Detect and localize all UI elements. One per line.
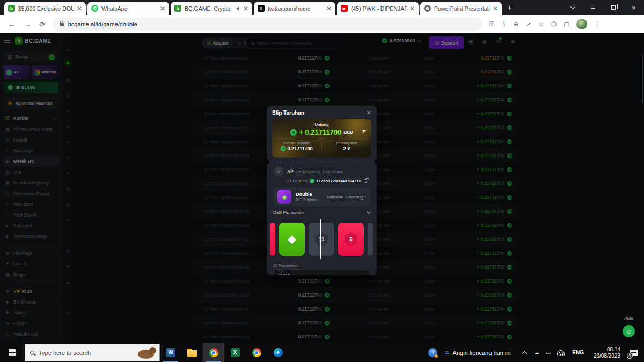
chrome-icon [209, 348, 218, 357]
tab-close-icon[interactable]: ✕ [493, 5, 498, 12]
close-button[interactable]: × [624, 0, 644, 15]
browser-tab[interactable]: Xtwitter.com/home✕ [254, 2, 335, 15]
browser-tab[interactable]: b$5,000 Exclusive DOU✕ [4, 2, 86, 15]
share-icon[interactable]: ↗ [526, 20, 531, 28]
youtube-favicon: ▶ [341, 5, 348, 12]
chrome-taskbar-icon[interactable] [246, 343, 267, 362]
edge-taskbar-icon[interactable]: e [267, 343, 289, 362]
address-bar[interactable]: bcgame.ai/id/game/double [53, 18, 482, 31]
profit-currency: BCD [343, 130, 353, 135]
play-now-link[interactable]: Mainkan Sekarang› [327, 195, 366, 200]
password-key-icon[interactable]: ⚿ [489, 20, 494, 28]
back-to-top-button[interactable]: Atas [624, 315, 633, 321]
help-icon[interactable]: ? [428, 348, 437, 357]
bcgame-favicon: b [8, 5, 15, 12]
bcd-coin-icon [290, 129, 297, 136]
payout-label: Pembayaran [336, 141, 357, 145]
start-button[interactable] [0, 343, 25, 362]
user-name: Al* [287, 169, 294, 174]
result-number: 11 [315, 232, 328, 246]
payout-value: 2 x [343, 146, 350, 151]
x-favicon: X [258, 5, 265, 12]
tab-close-icon[interactable]: ✕ [160, 5, 165, 12]
bcd-coin-icon [281, 146, 286, 151]
forward-icon[interactable]: → [24, 20, 31, 28]
bookmark-star-icon[interactable]: ☆ [538, 20, 544, 28]
taskbar-search-box[interactable] [25, 344, 160, 361]
result-cards-strip: ◆115 [267, 219, 377, 259]
whatsapp-favicon: ✆ [91, 5, 98, 12]
restore-button[interactable] [603, 0, 624, 15]
url-text: bcgame.ai/id/game/double [68, 21, 137, 27]
profit-banner: Untung + 0.21711700 BCD ➤ Jumlah Taruhan… [272, 119, 371, 158]
word-taskbar-icon[interactable]: W [160, 343, 181, 362]
explorer-taskbar-icon[interactable] [181, 343, 203, 362]
wifi-icon[interactable] [557, 350, 565, 356]
taskbar-search-input[interactable] [39, 350, 119, 356]
side-panel-icon[interactable]: ▢ [564, 20, 569, 28]
edge-icon: e [274, 348, 283, 357]
chevron-down-icon [367, 210, 371, 214]
game-id-label: ID Permainan [273, 263, 370, 268]
back-icon[interactable]: ← [8, 20, 16, 28]
modal-close-icon[interactable]: ✕ [367, 109, 371, 116]
bcgame-page: ⚄ Kasino ⊕ Olahraga 0.87910800 ▤ Deposit… [0, 33, 644, 343]
chrome-icon [252, 348, 261, 357]
minimize-button[interactable]: – [583, 0, 603, 15]
bcgame-favicon: b [174, 5, 181, 12]
keyboard-icon[interactable]: ▭ [546, 350, 551, 356]
language-indicator[interactable]: ENG [572, 350, 584, 356]
clock[interactable]: 08.14 29/08/2023 [594, 346, 620, 359]
onedrive-icon[interactable]: ☁ [534, 350, 539, 356]
tab-close-icon[interactable]: ✕ [77, 5, 82, 12]
extensions-icon[interactable]: ⬡ [551, 20, 557, 28]
browser-tab[interactable]: bBC.GAME: Crypto✕ [171, 2, 252, 15]
tab-title: BC.GAME: Crypto [185, 5, 233, 12]
browser-tab[interactable]: ◍PowerPoint Presentati✕ [420, 2, 502, 15]
game-id-input[interactable]: 26355 [273, 269, 370, 275]
notification-badge: 3 [627, 353, 633, 359]
windows-logo-icon [9, 349, 16, 357]
window-controls: – × [562, 0, 644, 15]
result-pointer-line [320, 219, 321, 259]
bet-id-value: 1775517289348764710 [316, 179, 362, 183]
tab-title: twitter.com/home [268, 5, 324, 12]
excel-icon: X [231, 348, 240, 357]
tab-audio-icon[interactable] [234, 6, 239, 11]
excel-taskbar-icon[interactable]: X [224, 343, 246, 362]
result-card-red: 5 [338, 223, 364, 256]
result-card-green: ◆ [279, 223, 305, 256]
tray-expand-icon[interactable] [522, 351, 527, 356]
zoom-icon[interactable]: ⊖ [514, 20, 519, 28]
copy-icon[interactable] [364, 179, 367, 183]
profit-value: + 0.21711700 [299, 128, 341, 136]
tab-close-icon[interactable]: ✕ [326, 5, 332, 12]
profit-label: Untung [272, 119, 371, 127]
game-row[interactable]: ◆ Double BC Originals Mainkan Sekarang› [273, 187, 370, 206]
support-chat-button[interactable]: ☺ [623, 325, 635, 337]
game-details-toggle[interactable]: Detil Permainan [273, 210, 370, 215]
ticket-divider [269, 162, 375, 162]
new-tab-button[interactable]: + [507, 3, 512, 12]
tab-search-chevron-icon[interactable] [562, 0, 583, 15]
result-card-red [270, 223, 275, 256]
install-icon[interactable]: ⇩ [501, 20, 507, 28]
bet-amount-label: Jumlah Taruhan [283, 141, 310, 145]
tab-close-icon[interactable]: ✕ [409, 5, 415, 12]
double-game-icon: ◆ [277, 190, 291, 204]
gem-icon: ◆ [288, 232, 297, 246]
tab-close-icon[interactable]: ✕ [243, 5, 248, 12]
browser-tab[interactable]: ▶(45) PWK - DIPENJARA✕ [337, 2, 419, 15]
reload-icon[interactable]: ⟳ [39, 20, 46, 28]
page-scrollbar[interactable] [642, 55, 643, 103]
browser-tab[interactable]: ✆WhatsApp✕ [87, 2, 169, 15]
tab-title: PowerPoint Presentati [434, 5, 490, 12]
menu-dots-icon[interactable]: ⋮ [594, 20, 601, 28]
notification-center-icon[interactable]: 3 [626, 343, 642, 362]
chrome-taskbar-icon[interactable] [203, 343, 224, 362]
browser-toolbar: ← → ⟳ bcgame.ai/id/game/double ⚿ ⇩ ⊖ ↗ ☆… [0, 15, 644, 33]
word-icon: W [166, 348, 175, 357]
profile-avatar[interactable] [576, 19, 587, 29]
folder-icon [187, 350, 197, 357]
weather-widget[interactable]: Angin kencang hari ini [453, 350, 511, 356]
